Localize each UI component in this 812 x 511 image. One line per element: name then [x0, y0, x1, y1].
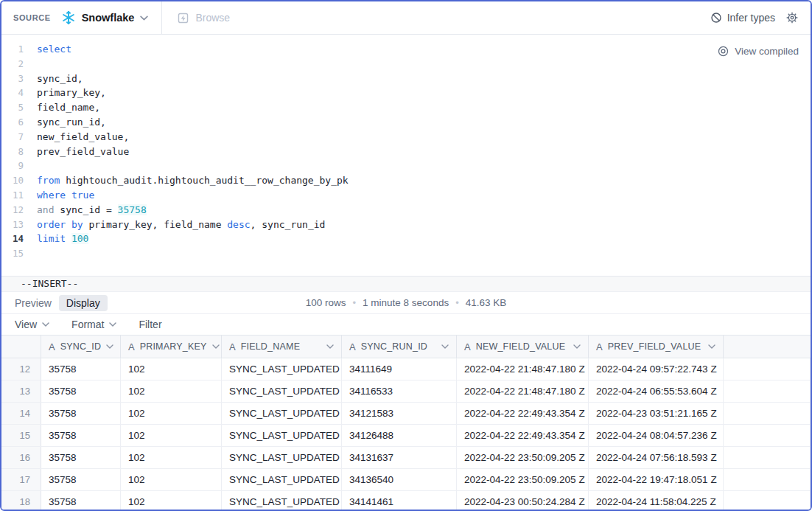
- cell[interactable]: SYNC_LAST_UPDATED: [222, 425, 342, 446]
- cell[interactable]: 2022-04-22 21:48:47.180 Z: [457, 380, 589, 402]
- code-line[interactable]: 10from hightouch_audit.hightouch_audit__…: [1, 173, 811, 188]
- view-compiled-button[interactable]: View compiled: [717, 45, 799, 58]
- code-line[interactable]: 4primary_key,: [1, 86, 811, 100]
- gear-icon[interactable]: [785, 11, 799, 24]
- cell[interactable]: 35758: [41, 425, 121, 446]
- code-line[interactable]: 11where true: [1, 188, 811, 203]
- infer-types-label: Infer types: [727, 12, 775, 24]
- cell[interactable]: SYNC_LAST_UPDATED: [222, 380, 342, 402]
- cell[interactable]: 35758: [41, 403, 121, 424]
- infer-types-button[interactable]: Infer types: [710, 12, 775, 24]
- cell[interactable]: 2022-04-22 23:50:09.205 Z: [457, 447, 589, 468]
- line-number: 9: [1, 159, 24, 173]
- column-header-prev_field_value[interactable]: APREV_FIELD_VALUE: [589, 336, 724, 358]
- cell[interactable]: 35758: [41, 447, 121, 468]
- cell[interactable]: 102: [121, 447, 222, 468]
- view-dropdown[interactable]: View: [15, 319, 49, 330]
- cell[interactable]: 34131637: [342, 447, 457, 468]
- cell[interactable]: 34121583: [342, 403, 457, 424]
- code-line[interactable]: 3sync_id,: [1, 72, 811, 86]
- filter-button[interactable]: Filter: [139, 319, 161, 330]
- cell[interactable]: SYNC_LAST_UPDATED: [222, 447, 342, 468]
- cell[interactable]: 2022-04-24 07:56:18.593 Z: [589, 447, 724, 468]
- cell[interactable]: 2022-04-22 22:49:43.354 Z: [457, 425, 589, 446]
- cell[interactable]: SYNC_LAST_UPDATED: [222, 469, 342, 490]
- browse-icon: [177, 12, 189, 24]
- cell[interactable]: 34141461: [342, 491, 457, 510]
- code-line[interactable]: 15: [1, 246, 811, 261]
- header-filler: [724, 336, 811, 358]
- tab-display[interactable]: Display: [59, 295, 108, 311]
- column-label: SYNC_RUN_ID: [361, 341, 427, 352]
- chevron-down-icon[interactable]: [708, 344, 715, 349]
- string-type-icon: A: [49, 341, 55, 352]
- cell[interactable]: SYNC_LAST_UPDATED: [222, 403, 342, 424]
- cell[interactable]: 35758: [41, 380, 121, 402]
- table-row: 1235758102SYNC_LAST_UPDATED341116492022-…: [1, 358, 811, 380]
- cell[interactable]: 35758: [41, 469, 121, 490]
- sql-editor[interactable]: 1select23sync_id,4primary_key,5field_nam…: [1, 35, 811, 276]
- column-header-sync_id[interactable]: ASYNC_ID: [41, 336, 121, 358]
- code-line[interactable]: 2: [1, 57, 811, 72]
- cell[interactable]: 102: [121, 425, 222, 446]
- cell[interactable]: 34116533: [342, 380, 457, 402]
- cell[interactable]: 2022-04-24 11:58:04.225 Z: [589, 491, 724, 510]
- row-filler: [724, 425, 811, 446]
- line-number: 10: [1, 173, 24, 188]
- cell[interactable]: 2022-04-22 22:49:43.354 Z: [457, 403, 589, 424]
- line-number: 5: [1, 100, 24, 115]
- table-row: 1435758102SYNC_LAST_UPDATED341215832022-…: [1, 403, 811, 425]
- format-dropdown[interactable]: Format: [71, 319, 116, 330]
- column-label: PREV_FIELD_VALUE: [608, 341, 701, 352]
- string-type-icon: A: [596, 341, 603, 352]
- cell[interactable]: 34111649: [342, 358, 457, 380]
- cell[interactable]: 2022-04-23 00:50:24.284 Z: [457, 491, 589, 510]
- cell[interactable]: 34126488: [342, 425, 457, 446]
- code-line[interactable]: 5field_name,: [1, 100, 811, 115]
- cell[interactable]: 2022-04-22 23:50:09.205 Z: [457, 469, 589, 490]
- cell[interactable]: 102: [121, 403, 222, 424]
- code-line[interactable]: 8prev_field_value: [1, 145, 811, 159]
- chevron-down-icon[interactable]: [573, 344, 581, 349]
- cell[interactable]: 2022-04-24 08:04:57.236 Z: [589, 425, 724, 446]
- source-selector[interactable]: Snowflake: [58, 6, 152, 29]
- cell[interactable]: 2022-04-23 03:51:21.165 Z: [589, 403, 724, 424]
- line-number: 6: [1, 115, 24, 130]
- row-number: 12: [1, 358, 41, 380]
- cell[interactable]: SYNC_LAST_UPDATED: [222, 358, 342, 380]
- cell[interactable]: 35758: [41, 491, 121, 510]
- cell[interactable]: 35758: [41, 358, 121, 380]
- code-line[interactable]: 9: [1, 159, 811, 173]
- duration: 1 minute 8 seconds: [363, 297, 449, 308]
- cell[interactable]: 34136540: [342, 469, 457, 490]
- cell[interactable]: SYNC_LAST_UPDATED: [222, 491, 342, 510]
- cell[interactable]: 102: [121, 358, 222, 380]
- chevron-down-icon: [42, 322, 49, 327]
- column-header-field_name[interactable]: AFIELD_NAME: [222, 336, 342, 358]
- cell[interactable]: 102: [121, 380, 222, 402]
- code-line[interactable]: 1select: [1, 42, 811, 57]
- column-header-primary_key[interactable]: APRIMARY_KEY: [121, 336, 222, 358]
- line-number: 13: [1, 218, 24, 232]
- chevron-down-icon[interactable]: [441, 344, 449, 349]
- browse-button[interactable]: Browse: [177, 12, 230, 24]
- cell[interactable]: 2022-04-24 06:55:53.604 Z: [589, 380, 724, 402]
- column-header-new_field_value[interactable]: ANEW_FIELD_VALUE: [457, 336, 589, 358]
- code-line[interactable]: 6sync_run_id,: [1, 115, 811, 130]
- tab-preview[interactable]: Preview: [15, 295, 52, 311]
- slash-circle-icon: [710, 12, 722, 24]
- cell[interactable]: 102: [121, 491, 222, 510]
- cell[interactable]: 2022-04-24 09:57:22.743 Z: [589, 358, 724, 380]
- chevron-down-icon[interactable]: [326, 344, 334, 349]
- cell[interactable]: 2022-04-22 21:48:47.180 Z: [457, 358, 589, 380]
- code-line[interactable]: 12and sync_id = 35758: [1, 203, 811, 218]
- code-line[interactable]: 13order by primary_key, field_name desc,…: [1, 218, 811, 232]
- chevron-down-icon[interactable]: [106, 344, 113, 349]
- cell[interactable]: 102: [121, 469, 222, 490]
- cell[interactable]: 2022-04-22 19:47:18.051 Z: [589, 469, 724, 490]
- chevron-down-icon[interactable]: [212, 344, 220, 349]
- code-line[interactable]: 7new_field_value,: [1, 130, 811, 145]
- code-line[interactable]: 14limit 100: [1, 232, 811, 246]
- results-body: 1235758102SYNC_LAST_UPDATED341116492022-…: [1, 358, 811, 510]
- column-header-sync_run_id[interactable]: ASYNC_RUN_ID: [342, 336, 457, 358]
